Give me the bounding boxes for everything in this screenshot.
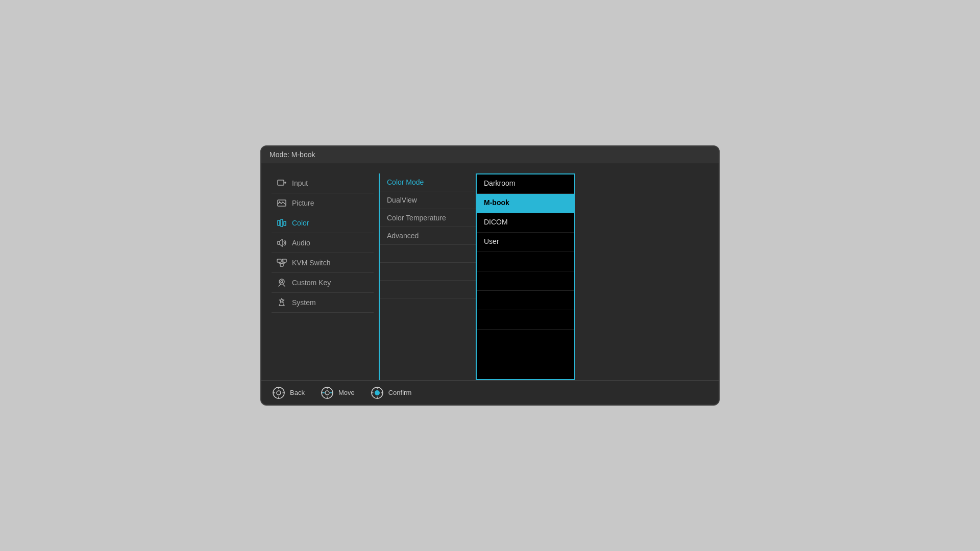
middle-item-empty2 [380,263,476,281]
sidebar-item-custom-key-label: Custom Key [292,279,331,287]
kvm-icon: 2 [277,258,287,268]
back-icon [272,386,286,400]
svg-point-16 [325,391,329,395]
sidebar-item-picture-label: Picture [292,199,314,207]
middle-item-advanced[interactable]: Advanced [380,227,476,245]
title-bar: Mode: M-book [261,146,719,163]
mode-title: Mode: M-book [270,151,315,159]
sidebar-item-kvm[interactable]: 2 KVM Switch [272,253,374,273]
color-icon [277,218,287,228]
input-icon [277,178,287,188]
bottom-bar: Back Move Confirm [261,380,719,405]
custom-key-icon [277,278,287,288]
sidebar-item-input-label: Input [292,179,308,187]
middle-item-color-mode[interactable]: Color Mode [380,173,476,191]
sidebar-item-color[interactable]: Color [272,213,374,233]
sidebar-item-system-label: System [292,298,316,307]
middle-column: Color Mode DualView Color Temperature Ad… [379,173,476,380]
back-label: Back [290,389,305,396]
monitor-frame: Mode: M-book Input [260,145,720,406]
sidebar-item-audio-label: Audio [292,239,310,247]
svg-point-11 [279,279,284,284]
nav-back[interactable]: Back [272,386,305,400]
system-icon [277,297,287,308]
svg-point-18 [375,390,380,395]
sidebar: Input Picture [272,173,374,380]
middle-item-empty1 [380,245,476,263]
confirm-label: Confirm [388,389,412,396]
sidebar-item-color-label: Color [292,219,309,227]
right-item-empty3 [477,291,574,310]
middle-item-dualview[interactable]: DualView [380,191,476,209]
middle-item-empty3 [380,281,476,298]
right-column: Darkroom M-book DICOM User [476,173,575,380]
nav-confirm[interactable]: Confirm [370,386,412,400]
sidebar-item-input[interactable]: Input [272,173,374,193]
audio-icon [277,238,287,248]
right-item-m-book[interactable]: M-book [477,194,574,213]
svg-text:2: 2 [283,260,284,262]
svg-rect-5 [284,221,286,226]
middle-item-color-temperature[interactable]: Color Temperature [380,209,476,227]
svg-rect-7 [277,259,281,262]
svg-rect-0 [278,180,284,185]
svg-point-14 [277,391,281,395]
sidebar-item-picture[interactable]: Picture [272,193,374,213]
nav-move[interactable]: Move [320,386,355,400]
sidebar-item-kvm-label: KVM Switch [292,259,330,267]
main-content: Input Picture [261,163,719,380]
move-label: Move [338,389,355,396]
sidebar-item-audio[interactable]: Audio [272,233,374,253]
svg-rect-3 [278,220,280,226]
svg-point-2 [279,202,280,203]
svg-rect-6 [278,241,280,244]
right-item-dicom[interactable]: DICOM [477,213,574,233]
right-item-empty4 [477,310,574,330]
right-item-empty1 [477,252,574,271]
picture-icon [277,198,287,208]
sidebar-item-custom-key[interactable]: Custom Key [272,273,374,293]
svg-rect-4 [281,219,283,227]
right-item-user[interactable]: User [477,233,574,252]
svg-rect-9 [280,264,283,266]
move-icon [320,386,334,400]
sidebar-item-system[interactable]: System [272,293,374,313]
right-item-empty2 [477,271,574,291]
svg-point-12 [281,281,283,283]
confirm-icon [370,386,384,400]
right-item-darkroom[interactable]: Darkroom [477,174,574,194]
